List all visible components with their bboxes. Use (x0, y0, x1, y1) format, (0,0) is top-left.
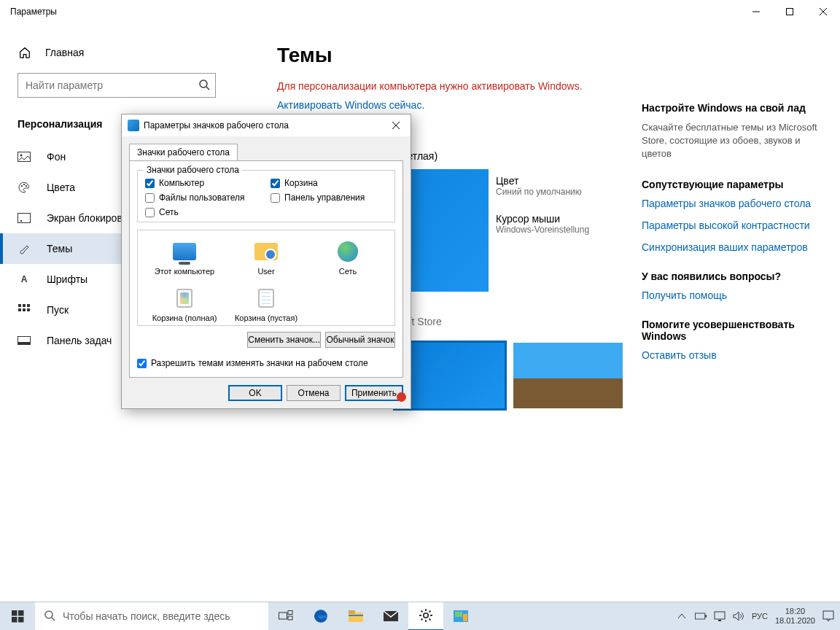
activate-link[interactable]: Активировать Windows сейчас. (277, 99, 424, 111)
svg-point-44 (424, 613, 428, 618)
nav-label: Темы (47, 243, 72, 254)
svg-rect-48 (695, 613, 704, 619)
rcol-link-desktop-icons[interactable]: Параметры значков рабочего стола (642, 198, 824, 209)
icon-network[interactable]: Сеть (307, 239, 389, 276)
highlight-marker-icon (397, 392, 406, 402)
icon-bin-full[interactable]: Корзина (полная) (144, 286, 225, 322)
titlebar: Параметры (0, 0, 840, 23)
rcol-link-high-contrast[interactable]: Параметры высокой контрастности (642, 219, 824, 231)
palette-icon (18, 181, 31, 194)
task-view-button[interactable] (268, 602, 303, 631)
svg-rect-38 (288, 616, 292, 620)
nav-home[interactable]: Главная (0, 39, 233, 73)
search-icon (44, 610, 55, 623)
taskbar-icon (18, 334, 31, 347)
language-indicator[interactable]: РУС (752, 612, 768, 621)
svg-point-8 (21, 185, 23, 187)
app-icon[interactable] (443, 602, 478, 631)
svg-point-10 (26, 185, 27, 187)
right-column: Настройте Windows на свой лад Скачайте б… (642, 102, 824, 378)
svg-rect-32 (12, 617, 18, 623)
minimize-button[interactable] (739, 0, 773, 23)
dialog-tab[interactable]: Значки рабочего стола (129, 144, 238, 160)
nav-label: Экран блокировки (47, 212, 133, 224)
ok-button[interactable]: OK (228, 385, 282, 401)
cancel-button[interactable]: Отмена (287, 385, 341, 401)
edge-icon[interactable] (303, 602, 338, 631)
check-control-panel[interactable]: Панель управления (271, 192, 387, 203)
check-user-files[interactable]: Файлы пользователя (145, 192, 262, 203)
clock[interactable]: 18:20 18.01.2020 (775, 607, 815, 626)
check-network[interactable]: Сеть (145, 207, 262, 217)
color-link[interactable]: Цвет (496, 175, 582, 187)
svg-rect-20 (18, 342, 30, 344)
svg-rect-41 (349, 610, 355, 614)
svg-line-5 (206, 87, 209, 90)
svg-line-35 (52, 618, 55, 621)
date: 18.01.2020 (775, 616, 815, 626)
search-input[interactable] (18, 73, 216, 98)
search-placeholder: Чтобы начать поиск, введите здесь (63, 610, 230, 622)
apply-button[interactable]: Применить (345, 385, 403, 401)
dialog-app-icon (128, 120, 139, 131)
svg-rect-49 (705, 615, 707, 618)
mail-icon[interactable] (373, 602, 408, 631)
start-button[interactable] (0, 602, 35, 631)
icon-bin-empty[interactable]: Корзина (пустая) (225, 286, 307, 322)
rcol-heading: Помогите усовершенствовать Windows (642, 319, 824, 342)
settings-icon[interactable] (408, 602, 443, 631)
group-legend: Значки рабочего стола (144, 165, 242, 175)
svg-rect-12 (20, 220, 22, 222)
svg-rect-15 (27, 304, 30, 307)
maximize-button[interactable] (773, 0, 806, 23)
nav-home-label: Главная (45, 47, 84, 58)
svg-rect-47 (463, 614, 467, 621)
rcol-link-sync[interactable]: Синхронизация ваших параметров (642, 241, 824, 253)
volume-icon[interactable] (733, 610, 744, 622)
svg-rect-33 (18, 617, 24, 623)
dialog-title: Параметры значков рабочего стола (144, 120, 289, 131)
page-title: Темы (277, 44, 820, 67)
rcol-heading: Сопутствующие параметры (642, 179, 824, 190)
network-icon[interactable] (714, 610, 726, 622)
nav-label: Шрифты (47, 273, 88, 285)
allow-themes-checkbox[interactable]: Разрешить темам изменять значки на рабоч… (137, 358, 395, 368)
rcol-heading: У вас появились вопросы? (642, 271, 824, 282)
svg-rect-13 (18, 304, 21, 307)
color-sub: Синий по умолчанию (496, 187, 582, 197)
nav-label: Цвета (47, 182, 75, 193)
start-icon (18, 303, 31, 316)
battery-icon[interactable] (695, 610, 707, 622)
rcol-link-feedback[interactable]: Оставить отзыв (642, 349, 824, 361)
system-tray: РУС 18:20 18.01.2020 (676, 607, 840, 626)
home-icon (18, 45, 32, 60)
svg-rect-36 (279, 612, 287, 619)
notifications-icon[interactable] (822, 610, 834, 622)
rcol-text: Скачайте бесплатные темы из Microsoft St… (642, 121, 824, 161)
check-computer[interactable]: Компьютер (145, 178, 262, 188)
svg-rect-14 (23, 304, 26, 307)
icon-user[interactable]: User (225, 239, 307, 276)
cursor-sub: Windows-Voreinstellung (496, 225, 589, 235)
nav-label: Панель задач (47, 335, 112, 346)
chevron-up-icon[interactable] (676, 610, 688, 622)
activation-warning: Для персонализации компьютера нужно акти… (277, 80, 820, 92)
dialog-close-button[interactable] (386, 117, 406, 133)
svg-point-7 (20, 155, 23, 157)
svg-rect-52 (823, 611, 833, 619)
change-icon-button[interactable]: Сменить значок... (247, 332, 321, 348)
nav-label: Пуск (47, 304, 69, 316)
taskbar-search[interactable]: Чтобы начать поиск, введите здесь (35, 602, 268, 631)
cursor-link[interactable]: Курсор мыши (496, 213, 589, 225)
svg-rect-30 (12, 610, 18, 616)
check-recycle-bin[interactable]: Корзина (271, 178, 387, 188)
close-button[interactable] (806, 0, 840, 23)
explorer-icon[interactable] (338, 602, 373, 631)
theme-tile[interactable] (513, 343, 623, 408)
svg-rect-31 (18, 610, 24, 616)
theme-tile[interactable] (395, 343, 505, 408)
dialog-titlebar: Параметры значков рабочего стола (122, 114, 411, 136)
rcol-link-help[interactable]: Получить помощь (642, 289, 824, 301)
default-icon-button[interactable]: Обычный значок (325, 332, 395, 348)
icon-this-pc[interactable]: Этот компьютер (144, 239, 225, 276)
